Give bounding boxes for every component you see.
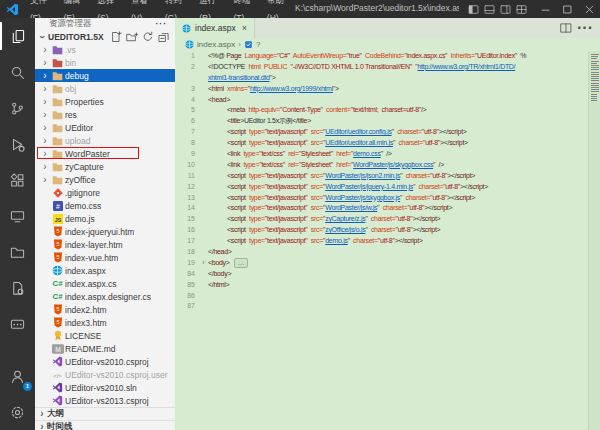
refresh-icon[interactable] (141, 30, 155, 43)
tree-item-ueditor-vs2010-csproj-user[interactable]: </>UEditor-vs2010.csproj.user (35, 368, 175, 381)
tree-item-demo-css[interactable]: #demo.css (35, 199, 175, 212)
code-line[interactable]: 6<title>UEditor 1.5x示例</title> (175, 116, 600, 127)
code-line[interactable]: 2<!DOCTYPE html PUBLIC "-//W3C//DTD XHTM… (175, 62, 600, 73)
tree-item-debug[interactable]: ›debug (35, 69, 175, 82)
section-timeline[interactable]: ›时间线 (35, 420, 175, 430)
minimap-line (591, 63, 597, 64)
code-line[interactable]: 12<script type="text/javascript" src="Wo… (175, 182, 600, 193)
source-control-icon[interactable] (0, 90, 35, 126)
code-line[interactable]: 15<script type="text/javascript" src="zy… (175, 214, 600, 225)
tree-item-index-layer-htm[interactable]: 5index-layer.htm (35, 238, 175, 251)
tab-bar: index.aspx × ··· (175, 18, 600, 38)
new-folder-icon[interactable] (125, 30, 139, 43)
panel-more-actions-icon[interactable]: ··· (156, 19, 168, 29)
tree-item-wordpaster[interactable]: ›WordPaster (35, 147, 175, 160)
tree-item-zyoffice[interactable]: ›zyOffice (35, 173, 175, 186)
toggle-sidebar-icon[interactable] (467, 3, 480, 16)
tree-item--gitignore[interactable]: .gitignore (35, 186, 175, 199)
new-file-icon[interactable] (109, 30, 123, 43)
line-number: 2 (175, 62, 199, 73)
split-editor-icon[interactable] (560, 22, 572, 34)
toggle-panel-icon[interactable] (483, 3, 496, 16)
project-section-header[interactable]: › UEDITOR1.5X (35, 30, 175, 43)
minimap-line (591, 67, 599, 68)
window-title: K:\csharp\WordPaster2\ueditor1.5x\index.… (295, 3, 459, 15)
section-outline[interactable]: ›大纲 (35, 407, 175, 420)
minimap[interactable] (588, 51, 600, 430)
project-folder-icon[interactable] (0, 234, 35, 270)
tree-item-label: index.aspx (65, 266, 106, 276)
collapse-all-icon[interactable] (157, 30, 171, 43)
tree-item-ueditor-vs2013-csproj[interactable]: UEditor-vs2013.csproj (35, 394, 175, 407)
code-line[interactable]: 14<script type="text/javascript" src="Wo… (175, 203, 600, 214)
settings-icon[interactable] (0, 394, 35, 430)
code-line[interactable]: 19›<body>… (175, 258, 600, 269)
code-line[interactable]: 8<script type="text/javascript" src="UEd… (175, 138, 600, 149)
breadcrumb-item[interactable]: index.aspx (197, 40, 235, 49)
tree-item--vs[interactable]: ›.vs (35, 43, 175, 56)
tree-item-index-aspx-designer-cs[interactable]: C#index.aspx.designer.cs (35, 290, 175, 303)
tree-item-bin[interactable]: ›bin (35, 56, 175, 69)
remote-explorer-icon[interactable] (0, 198, 35, 234)
tree-item-license[interactable]: LICENSE (35, 329, 175, 342)
code-line[interactable]: 18</head> (175, 247, 600, 258)
comments-icon[interactable] (0, 306, 35, 342)
code-line[interactable]: 11<script type="text/javascript" src="Wo… (175, 171, 600, 182)
tree-item-properties[interactable]: ›Properties (35, 95, 175, 108)
code-line[interactable]: 3<html xmlns="http://www.w3.org/1999/xht… (175, 84, 600, 95)
code-line[interactable]: 4<head> (175, 95, 600, 106)
minimize-button[interactable] (534, 0, 556, 18)
tree-item-ueditor-vs2010-csproj[interactable]: UEditor-vs2010.csproj (35, 355, 175, 368)
more-actions-icon[interactable]: ··· (577, 19, 593, 37)
customize-layout-icon[interactable] (515, 3, 528, 16)
tree-item-ueditor[interactable]: ›UEditor (35, 121, 175, 134)
code-line[interactable]: 5<meta http-equiv="Content-Type" content… (175, 105, 600, 116)
code-area[interactable]: 1<%@ Page Language="C#" AutoEventWireup=… (175, 51, 600, 430)
file-settings-icon[interactable] (0, 270, 35, 306)
code-line[interactable]: 85</html> (175, 280, 600, 291)
tree-item-readme-md[interactable]: MREADME.md (35, 342, 175, 355)
toggle-secondary-sidebar-icon[interactable] (499, 3, 512, 16)
extensions-icon[interactable] (0, 162, 35, 198)
tree-item-obj[interactable]: ›obj (35, 82, 175, 95)
explorer-icon[interactable] (0, 18, 35, 54)
tree-item-label: WordPaster (65, 149, 110, 159)
tree-item-index2-htm[interactable]: 5index2.htm (35, 303, 175, 316)
code-line[interactable]: 84</body> (175, 269, 600, 280)
search-icon[interactable] (0, 54, 35, 90)
fold-ellipsis[interactable]: … (234, 258, 249, 268)
tree-item-index-vue-htm[interactable]: 5index-vue.htm (35, 251, 175, 264)
code-line[interactable]: 1<%@ Page Language="C#" AutoEventWireup=… (175, 51, 600, 62)
code-line[interactable]: 17<script type="text/javascript" src="de… (175, 236, 600, 247)
minimap-line (591, 54, 599, 55)
tree-item-index3-htm[interactable]: 5index3.htm (35, 316, 175, 329)
maximize-button[interactable] (556, 0, 578, 18)
run-debug-icon[interactable] (0, 126, 35, 162)
breadcrumb-item[interactable]: ? (256, 40, 260, 49)
folder-vs-icon (50, 45, 65, 55)
close-button[interactable] (578, 0, 600, 18)
tree-item-zycapture[interactable]: ›zyCapture (35, 160, 175, 173)
code-line[interactable]: 16<script type="text/javascript" src="zy… (175, 225, 600, 236)
code-line[interactable]: 9<link type="text/css" rel="Stylesheet" … (175, 149, 600, 160)
tree-item-upload[interactable]: ›upload (35, 134, 175, 147)
code-line[interactable]: 7<script type="text/javascript" src="UEd… (175, 127, 600, 138)
tree-item-index-aspx-cs[interactable]: C#index.aspx.cs (35, 277, 175, 290)
code-line[interactable]: 13<script type="text/javascript" src="Wo… (175, 193, 600, 204)
tree-item-demo-js[interactable]: JSdemo.js (35, 212, 175, 225)
tree-item-index-aspx[interactable]: index.aspx (35, 264, 175, 277)
cs-icon: C# (50, 278, 65, 289)
tree-item-res[interactable]: ›res (35, 108, 175, 121)
code-line[interactable]: 10<link type="text/css" rel="Stylesheet"… (175, 160, 600, 171)
project-section-title: UEDITOR1.5X (48, 32, 104, 42)
fold-chevron-icon[interactable]: › (199, 258, 208, 269)
account-icon[interactable]: 1 (0, 358, 35, 394)
code-line[interactable]: 87 (175, 301, 600, 312)
code-line[interactable]: xhtml1-transitional.dtd"> (175, 73, 600, 84)
code-text: </body> (208, 269, 231, 280)
tree-item-index-jqueryui-htm[interactable]: 5index-jqueryui.htm (35, 225, 175, 238)
tab-index-aspx[interactable]: index.aspx × (175, 18, 255, 38)
tab-close-icon[interactable]: × (242, 23, 247, 33)
code-line[interactable]: 86 (175, 291, 600, 302)
tree-item-ueditor-vs2010-sln[interactable]: UEditor-vs2010.sln (35, 381, 175, 394)
